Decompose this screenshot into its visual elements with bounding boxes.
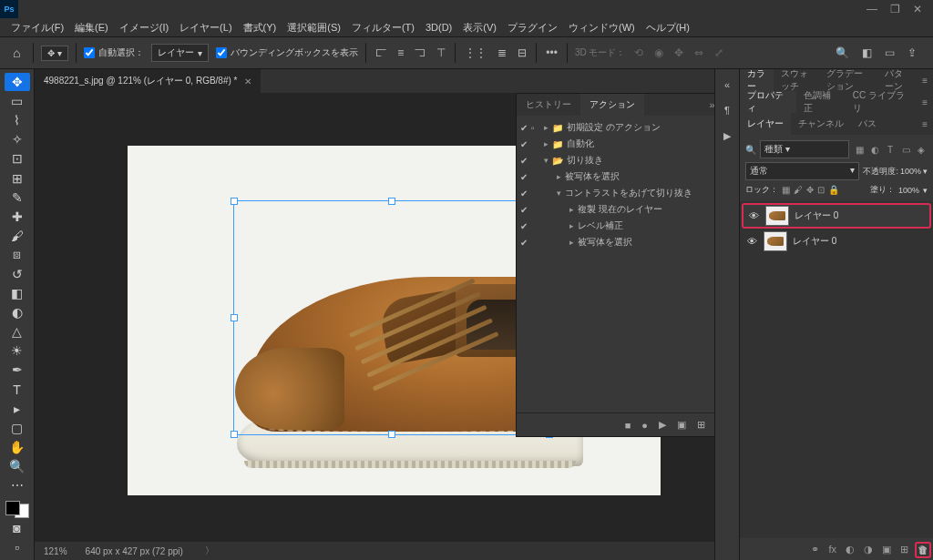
arrange-icon[interactable]: ▭ [883, 45, 897, 61]
zoom-tool[interactable]: 🔍 [5, 457, 30, 475]
menu-file[interactable]: ファイル(F) [7, 19, 67, 36]
layer-panel-menu-icon[interactable]: ≡ [917, 113, 933, 135]
collapsed-expand-icon[interactable]: « [719, 76, 735, 93]
collapsed-paragraph-icon[interactable]: ¶ [719, 102, 735, 118]
highlighted-trash-icon[interactable]: 🗑 [915, 542, 931, 558]
layer-visibility-icon[interactable]: 👁 [745, 236, 758, 247]
gradient-tool[interactable]: ◐ [5, 303, 30, 321]
layer-mask-icon[interactable]: ◐ [846, 544, 855, 555]
collapsed-play-icon[interactable]: ▶ [719, 127, 735, 144]
lock-nest-icon[interactable]: ⊡ [817, 185, 825, 195]
frame-tool[interactable]: ⊞ [5, 168, 30, 187]
menu-type[interactable]: 書式(Y) [240, 19, 281, 36]
more-icon[interactable]: ••• [544, 45, 559, 61]
menu-help[interactable]: ヘルプ(H) [642, 19, 693, 36]
layer-link-icon[interactable]: ⚭ [811, 544, 819, 555]
lock-all-icon[interactable]: 🔒 [828, 185, 839, 195]
quick-mask-tool[interactable]: ◙ [5, 519, 30, 537]
panel-collapse-icon[interactable]: » [709, 99, 714, 110]
layer-visibility-icon[interactable]: 👁 [747, 210, 760, 221]
tab-swatch[interactable]: スウォッチ [774, 69, 819, 91]
history-brush-tool[interactable]: ↺ [5, 265, 30, 283]
edit-toolbar[interactable]: ⋯ [5, 476, 30, 494]
menu-view[interactable]: 表示(V) [459, 19, 500, 36]
status-dims[interactable]: 640 px x 427 px (72 ppi) [86, 546, 183, 556]
fill-value[interactable]: 100% [898, 186, 919, 195]
auto-select-checkbox[interactable] [84, 47, 95, 58]
blur-tool[interactable]: △ [5, 322, 30, 341]
action-record-icon[interactable]: ● [641, 420, 648, 431]
menu-window[interactable]: ウィンドウ(W) [565, 19, 639, 36]
lock-pos-icon[interactable]: ✥ [806, 185, 814, 195]
stamp-tool[interactable]: ⧇ [5, 246, 30, 264]
pen-tool[interactable]: ✒ [5, 361, 30, 379]
screen-mode-tool[interactable]: ▫ [5, 538, 30, 556]
tab-gradient[interactable]: グラデーション [819, 69, 877, 91]
layer-thumbnail[interactable] [765, 206, 789, 226]
transform-handle-bm[interactable] [388, 431, 395, 438]
filter-type-icon[interactable]: T [884, 143, 897, 156]
action-select-subject[interactable]: 被写体を選択 [565, 170, 620, 183]
healing-tool[interactable]: ✚ [5, 208, 30, 226]
opacity-value[interactable]: 100% [900, 167, 921, 176]
type-tool[interactable]: T [5, 381, 30, 399]
menu-edit[interactable]: 編集(E) [71, 19, 112, 36]
lock-image-icon[interactable]: 🖌 [794, 185, 803, 195]
action-cutout[interactable]: 切り抜き [567, 154, 603, 167]
filter-shape-icon[interactable]: ▭ [899, 143, 912, 156]
tab-color-correct[interactable]: 色調補正 [796, 91, 845, 113]
search-icon[interactable]: 🔍 [834, 45, 851, 61]
tab-layer[interactable]: レイヤー [740, 113, 791, 135]
distribute-v-icon[interactable]: ≣ [496, 45, 508, 61]
filter-pixel-icon[interactable]: ▦ [853, 143, 866, 156]
lock-trans-icon[interactable]: ▦ [782, 185, 790, 195]
tab-path[interactable]: パス [851, 113, 884, 135]
shape-tool[interactable]: ▢ [5, 419, 30, 437]
restore-button[interactable]: ❐ [890, 3, 900, 15]
filter-smart-icon[interactable]: ◈ [915, 143, 928, 156]
action-dup-layer[interactable]: 複製 現在のレイヤー [578, 203, 662, 216]
layer-adjust-icon[interactable]: ◑ [864, 544, 873, 555]
transform-handle-tl[interactable] [231, 198, 238, 205]
filter-adjust-icon[interactable]: ◐ [868, 143, 881, 156]
transform-box[interactable] [233, 200, 550, 435]
tab-history[interactable]: ヒストリー [517, 94, 580, 116]
tab-property[interactable]: プロパティ [740, 91, 796, 113]
eyedropper-tool[interactable]: ✎ [5, 188, 30, 207]
action-stop-icon[interactable]: ■ [625, 420, 631, 431]
menu-layer[interactable]: レイヤー(L) [176, 19, 235, 36]
align-top-icon[interactable]: ⊤ [435, 45, 447, 61]
transform-handle-bl[interactable] [231, 431, 238, 438]
menu-filter[interactable]: フィルター(T) [348, 19, 418, 36]
layer-fx-icon[interactable]: fx [828, 544, 836, 555]
layer-name[interactable]: レイヤー 0 [793, 235, 836, 248]
action-play-icon[interactable]: ▶ [659, 419, 666, 431]
hand-tool[interactable]: ✋ [5, 438, 30, 456]
action-auto[interactable]: 自動化 [567, 137, 594, 150]
document-close-icon[interactable]: ✕ [244, 76, 251, 87]
lasso-tool[interactable]: ⌇ [5, 111, 30, 129]
align-center-icon[interactable]: ≡ [395, 45, 405, 61]
show-transform-checkbox[interactable] [216, 47, 227, 58]
share-icon[interactable]: ⇪ [906, 45, 918, 61]
tab-cc-library[interactable]: CC ライブラリ [846, 91, 918, 113]
tab-actions[interactable]: アクション [580, 94, 644, 116]
move-tool[interactable]: ✥ [5, 73, 30, 91]
crop-tool[interactable]: ⊡ [5, 149, 30, 168]
minimize-button[interactable]: — [866, 3, 877, 15]
layer-group-icon[interactable]: ▣ [882, 544, 891, 555]
tab-channel[interactable]: チャンネル [791, 113, 851, 135]
magic-wand-tool[interactable]: ✧ [5, 130, 30, 148]
close-button[interactable]: ✕ [913, 3, 922, 15]
transform-handle-ml[interactable] [231, 314, 238, 321]
canvas[interactable]: ヒストリー アクション »≡ ✔▫▸📁初期設定 のアクション ✔▸📁自動化 ✔▾… [35, 93, 714, 542]
menu-image[interactable]: イメージ(I) [116, 19, 172, 36]
blend-mode-select[interactable]: 通常▾ [745, 162, 859, 180]
layer-new-icon[interactable]: ⊞ [900, 544, 908, 555]
action-contrast[interactable]: コントラストをあげて切り抜き [565, 187, 692, 199]
document-tab[interactable]: 4988221_s.jpg @ 121% (レイヤー 0, RGB/8#) * … [35, 69, 261, 93]
status-zoom[interactable]: 121% [44, 546, 67, 556]
layer-thumbnail[interactable] [764, 231, 787, 251]
menu-3d[interactable]: 3D(D) [422, 20, 456, 35]
move-tool-icon[interactable]: ✥ ▾ [41, 46, 68, 61]
